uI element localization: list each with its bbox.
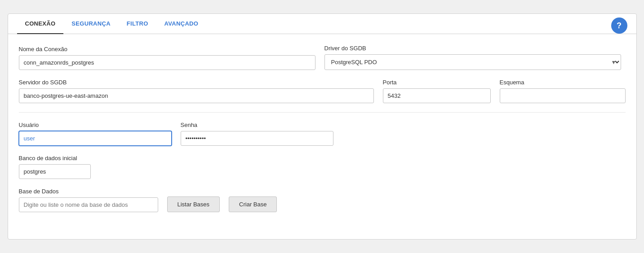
group-port: Porta <box>383 79 491 103</box>
group-server: Servidor do SGDB <box>19 79 374 103</box>
banco-input[interactable] <box>19 164 91 179</box>
port-label: Porta <box>383 79 491 86</box>
group-schema: Esquema <box>500 79 626 103</box>
senha-label: Senha <box>181 122 333 128</box>
server-input[interactable] <box>19 88 374 103</box>
group-banco: Banco de dados inicial <box>19 155 91 179</box>
driver-select-wrapper: PostgreSQL PDO ▼ <box>324 54 621 70</box>
row-connection-driver: Nome da Conexão Driver do SGDB PostgreSQ… <box>19 45 626 70</box>
port-input[interactable] <box>383 88 491 103</box>
base-label: Base de Dados <box>19 188 158 195</box>
banco-label: Banco de dados inicial <box>19 155 91 161</box>
tab-avancado[interactable]: AVANÇADO <box>156 14 207 34</box>
group-senha: Senha <box>181 122 333 146</box>
row-server-port-schema: Servidor do SGDB Porta Esquema <box>19 79 626 103</box>
connection-name-input[interactable] <box>19 55 315 70</box>
usuario-label: Usuário <box>19 122 172 128</box>
group-base: Base de Dados <box>19 188 158 212</box>
connection-name-label: Nome da Conexão <box>19 46 315 52</box>
tabs-bar: CONEXÃO SEGURANÇA FILTRO AVANÇADO ? <box>8 14 636 34</box>
schema-label: Esquema <box>500 79 626 86</box>
group-usuario: Usuário <box>19 122 172 146</box>
group-driver: Driver do SGDB PostgreSQL PDO ▼ <box>324 45 621 70</box>
row-banco: Banco de dados inicial <box>19 155 626 179</box>
form-content: Nome da Conexão Driver do SGDB PostgreSQ… <box>8 34 636 226</box>
driver-select[interactable]: PostgreSQL PDO <box>324 54 621 70</box>
senha-input[interactable] <box>181 131 333 146</box>
help-button[interactable]: ? <box>611 17 627 34</box>
tab-filtro[interactable]: FILTRO <box>119 14 156 34</box>
list-bases-button[interactable]: Listar Bases <box>167 196 220 212</box>
base-input[interactable] <box>19 197 158 212</box>
tab-conexao[interactable]: CONEXÃO <box>17 14 64 34</box>
divider <box>19 112 626 113</box>
page-wrapper: CONEXÃO SEGURANÇA FILTRO AVANÇADO ? Nome… <box>0 0 644 253</box>
row-base: Base de Dados Listar Bases Criar Base <box>19 188 626 212</box>
row-usuario-senha: Usuário Senha <box>19 122 626 146</box>
server-label: Servidor do SGDB <box>19 79 374 86</box>
create-base-button[interactable]: Criar Base <box>229 196 277 212</box>
driver-label: Driver do SGDB <box>324 45 621 52</box>
usuario-input[interactable] <box>19 131 172 146</box>
schema-input[interactable] <box>500 88 626 103</box>
main-card: CONEXÃO SEGURANÇA FILTRO AVANÇADO ? Nome… <box>8 13 637 240</box>
group-connection-name: Nome da Conexão <box>19 46 315 70</box>
tab-seguranca[interactable]: SEGURANÇA <box>63 14 118 34</box>
